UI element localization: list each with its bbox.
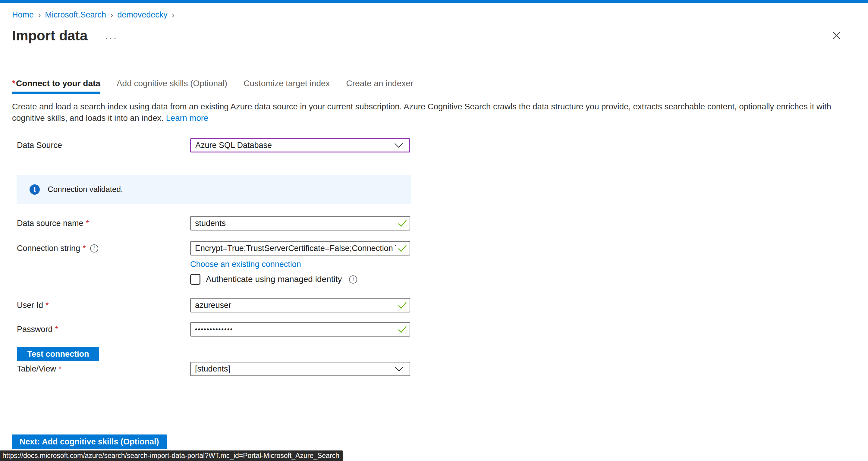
next-add-cognitive-skills-button[interactable]: Next: Add cognitive skills (Optional) — [12, 434, 167, 449]
valid-check-icon — [398, 244, 407, 252]
valid-check-icon — [398, 325, 407, 334]
breadcrumb-microsoft-search[interactable]: Microsoft.Search — [45, 10, 106, 20]
managed-identity-row: Authenticate using managed identity i — [190, 274, 856, 285]
page-description: Create and load a search index using dat… — [12, 101, 856, 124]
import-data-page: Home › Microsoft.Search › demovedecky › … — [0, 0, 868, 461]
managed-identity-label: Authenticate using managed identity — [206, 275, 342, 284]
table-view-row: Table/View * [students] — [12, 362, 856, 376]
page-title: Import data — [12, 27, 87, 44]
label-text: Connection string — [17, 244, 80, 253]
connection-string-label: Connection string * i — [17, 244, 190, 253]
top-accent-bar — [0, 0, 868, 3]
close-icon[interactable] — [832, 31, 841, 40]
tab-create-an-indexer[interactable]: Create an indexer — [346, 79, 413, 94]
user-id-label: User Id * — [17, 301, 190, 310]
dropdown-value: Azure SQL Database — [195, 141, 272, 150]
dropdown-value: [students] — [195, 364, 230, 374]
chevron-down-icon — [394, 143, 403, 148]
valid-check-icon — [398, 301, 407, 309]
info-icon: i — [30, 184, 40, 195]
description-text: Create and load a search index using dat… — [12, 102, 831, 123]
password-input[interactable] — [190, 322, 410, 337]
tab-label: Add cognitive skills (Optional) — [117, 79, 227, 88]
data-source-name-input[interactable] — [190, 216, 410, 230]
label-text: Data Source — [17, 141, 62, 150]
breadcrumb-separator-icon: › — [38, 11, 41, 19]
user-id-row: User Id * — [12, 298, 856, 312]
password-label: Password * — [17, 325, 190, 334]
label-text: Table/View — [17, 364, 56, 374]
tab-add-cognitive-skills[interactable]: Add cognitive skills (Optional) — [117, 79, 227, 94]
label-text: User Id — [17, 301, 43, 310]
table-view-label: Table/View * — [17, 364, 190, 374]
breadcrumb-separator-icon: › — [172, 11, 175, 19]
info-tooltip-icon[interactable]: i — [349, 275, 357, 283]
learn-more-link[interactable]: Learn more — [166, 113, 209, 123]
info-banner: i Connection validated. — [17, 175, 411, 204]
required-mark: * — [12, 79, 16, 88]
password-row: Password * — [12, 322, 856, 337]
connection-string-row: Connection string * i — [12, 241, 856, 255]
choose-existing-connection-link[interactable]: Choose an existing connection — [190, 260, 301, 269]
breadcrumb-separator-icon: › — [110, 11, 113, 19]
test-connection-row: Test connection — [12, 347, 856, 361]
required-mark: * — [45, 301, 49, 310]
chevron-down-icon — [395, 366, 404, 372]
data-source-label: Data Source — [17, 141, 190, 150]
breadcrumb-home[interactable]: Home — [12, 10, 34, 20]
tab-label: Customize target index — [244, 79, 330, 88]
more-options-icon[interactable]: ··· — [105, 33, 118, 43]
data-source-dropdown[interactable]: Azure SQL Database — [190, 138, 410, 152]
table-view-dropdown[interactable]: [students] — [190, 362, 410, 376]
tab-connect-to-your-data[interactable]: *Connect to your data — [12, 79, 100, 94]
status-url-bar: https://docs.microsoft.com/azure/search/… — [0, 451, 343, 461]
status-url-text: https://docs.microsoft.com/azure/search/… — [2, 452, 339, 460]
connection-string-input[interactable] — [190, 241, 410, 255]
data-source-row: Data Source Azure SQL Database — [12, 138, 856, 152]
label-text: Password — [17, 325, 53, 334]
info-tooltip-icon[interactable]: i — [90, 244, 98, 252]
user-id-input[interactable] — [190, 298, 410, 312]
breadcrumb-demovedecky[interactable]: demovedecky — [117, 10, 167, 20]
connection-helpers: Choose an existing connection Authentica… — [190, 255, 856, 285]
tab-customize-target-index[interactable]: Customize target index — [244, 79, 330, 94]
tab-bar: *Connect to your data Add cognitive skil… — [12, 79, 856, 94]
required-mark: * — [59, 364, 62, 374]
data-source-name-label: Data source name * — [17, 219, 190, 228]
required-mark: * — [55, 325, 59, 334]
title-row: Import data ··· — [12, 27, 856, 44]
managed-identity-checkbox[interactable] — [190, 274, 200, 285]
tab-label: Create an indexer — [346, 79, 413, 88]
required-mark: * — [86, 219, 89, 228]
breadcrumb: Home › Microsoft.Search › demovedecky › — [12, 10, 856, 20]
banner-text: Connection validated. — [48, 185, 123, 194]
test-connection-button[interactable]: Test connection — [17, 347, 99, 361]
required-mark: * — [83, 244, 86, 253]
tab-label: Connect to your data — [16, 79, 100, 88]
data-source-name-row: Data source name * — [12, 216, 856, 230]
valid-check-icon — [398, 219, 407, 227]
label-text: Data source name — [17, 219, 84, 228]
